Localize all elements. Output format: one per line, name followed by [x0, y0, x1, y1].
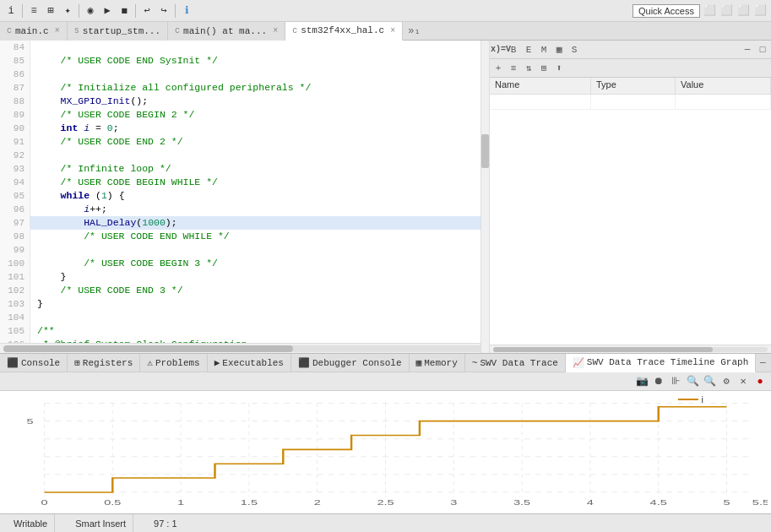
toolbar-right-icon-1[interactable]: ⬜: [702, 3, 717, 19]
graph-chart-area: i: [0, 391, 771, 513]
vars-icon-grid[interactable]: ▦: [552, 43, 566, 57]
code-editor: 84 85 /* USER CODE END SysInit */ 86 87 …: [0, 41, 490, 353]
tab-main-c[interactable]: c main.c ×: [0, 22, 68, 41]
tab-icon-main-c: c: [7, 26, 12, 35]
bottom-tab-bar: ⬛ Console ⊞ Registers ⚠ Problems ▶ Execu…: [0, 354, 771, 372]
svg-text:0: 0: [41, 497, 47, 507]
tab-close-main-c[interactable]: ×: [55, 26, 60, 35]
quick-access-button[interactable]: Quick Access: [633, 4, 700, 18]
toolbar-icon-3[interactable]: ⊞: [43, 3, 58, 19]
svg-text:5: 5: [723, 497, 730, 507]
status-bar: Writable Smart Insert 97 : 1: [0, 513, 771, 532]
tab-memory[interactable]: ▦ Memory: [410, 354, 465, 372]
vars-icon-b[interactable]: B: [507, 43, 520, 57]
editor-hscroll[interactable]: [0, 343, 489, 353]
graph-icon-zoom-out[interactable]: 🔍: [702, 374, 717, 389]
swv-icon: ~: [472, 358, 478, 368]
graph-icon-play[interactable]: ⏺: [651, 374, 666, 389]
panel-minimize-icon[interactable]: ─: [756, 356, 769, 370]
top-toolbar: i ≡ ⊞ ✦ ◉ ▶ ◼ ↩ ↪ ℹ Quick Access ⬜ ⬜ ⬜ ⬜: [0, 0, 771, 22]
tab-hal[interactable]: c stm32f4xx_hal.c ×: [285, 22, 403, 41]
svg-text:3: 3: [450, 497, 457, 507]
code-line-101: 101 }: [0, 270, 489, 284]
vars-export-icon[interactable]: ⬆: [552, 62, 566, 75]
vars-col-name: Name: [490, 78, 591, 94]
tab-registers[interactable]: ⊞ Registers: [68, 354, 140, 372]
code-line-90: 90 int i = 0;: [0, 122, 489, 135]
vars-cols-icon[interactable]: ⊞: [537, 62, 551, 75]
graph-icon-stop[interactable]: ●: [752, 374, 768, 389]
tab-console[interactable]: ⬛ Console: [0, 354, 68, 372]
vars-icon-s[interactable]: S: [567, 43, 581, 57]
code-line-99: 99: [0, 243, 489, 257]
tab-startup[interactable]: s startup_stm...: [68, 22, 168, 41]
variables-body: [490, 95, 771, 345]
swv-graph-area: 📷 ⏺ ⊪ 🔍 🔍 ⚙ ✕ ● i: [0, 372, 771, 513]
svg-text:3.5: 3.5: [513, 497, 530, 507]
graph-icon-settings[interactable]: ⚙: [719, 374, 734, 389]
tab-debugger-console[interactable]: ⬛ Debugger Console: [291, 354, 410, 372]
tab-close-hal[interactable]: ×: [390, 26, 395, 35]
code-scroll-area[interactable]: 84 85 /* USER CODE END SysInit */ 86 87 …: [0, 41, 489, 343]
executables-icon: ▶: [214, 357, 220, 368]
tab-executables[interactable]: ▶ Executables: [208, 354, 291, 372]
tab-swv-data-trace[interactable]: ~ SWV Data Trace: [465, 354, 566, 372]
tab-problems[interactable]: ⚠ Problems: [140, 354, 207, 372]
toolbar-icon-6[interactable]: ◼: [117, 3, 132, 19]
toolbar-right-icon-2[interactable]: ⬜: [719, 3, 734, 19]
code-line-84: 84: [0, 41, 489, 54]
variables-header: Name Type Value: [490, 78, 771, 95]
toolbar-right-icon-3[interactable]: ⬜: [736, 3, 751, 19]
editor-hscroll-track: [3, 345, 486, 352]
vars-icon-xv[interactable]: (x)=V: [491, 43, 505, 57]
chart-icon: 📈: [573, 357, 584, 368]
graph-toolbar: 📷 ⏺ ⊪ 🔍 🔍 ⚙ ✕ ●: [0, 372, 771, 391]
code-line-92: 92: [0, 149, 489, 162]
toolbar-icon-7[interactable]: ↩: [139, 3, 155, 19]
code-line-104: 104: [0, 311, 489, 324]
vars-secondary-toolbar: + ≡ ⇅ ⊞ ⬆: [490, 59, 771, 78]
sep-4: [175, 4, 176, 18]
vars-hscroll-track: [493, 347, 768, 352]
graph-icon-zoom-in[interactable]: 🔍: [685, 374, 700, 389]
toolbar-icon-2[interactable]: ≡: [26, 3, 41, 19]
tab-main-fn[interactable]: c main() at ma... ×: [168, 22, 285, 41]
tab-close-main-fn[interactable]: ×: [273, 26, 278, 35]
toolbar-icon-run[interactable]: ▶: [100, 3, 115, 19]
status-position: 97 : 1: [147, 514, 184, 533]
vars-col-type: Type: [591, 78, 676, 94]
vars-sort-icon[interactable]: ⇅: [522, 62, 535, 75]
vars-icon-m[interactable]: M: [537, 43, 551, 57]
svg-text:4.5: 4.5: [650, 497, 667, 507]
console-icon: ⬛: [7, 357, 19, 368]
legend-line-dash: [678, 399, 698, 400]
graph-icon-x[interactable]: ✕: [736, 374, 751, 389]
toolbar-right-icon-4[interactable]: ⬜: [752, 3, 768, 19]
graph-icon-bar[interactable]: ⊪: [668, 374, 683, 389]
toolbar-icon-info[interactable]: ℹ: [179, 3, 194, 19]
vars-minimize[interactable]: ─: [741, 43, 754, 57]
svg-text:5.5: 5.5: [752, 497, 768, 507]
toolbar-icon-5[interactable]: ◉: [83, 3, 98, 19]
code-line-102: 102 /* USER CODE END 3 */: [0, 284, 489, 297]
vars-maximize[interactable]: □: [756, 43, 769, 57]
toolbar-icon-1[interactable]: i: [3, 3, 19, 19]
graph-icon-camera[interactable]: 📷: [634, 374, 649, 389]
vars-filter-icon[interactable]: ≡: [507, 62, 520, 75]
variables-panel: (x)=V B E M ▦ S ─ □ + ≡ ⇅ ⊞ ⬆ Name Type …: [490, 41, 771, 353]
svg-text:2: 2: [314, 497, 321, 507]
vars-icon-e[interactable]: E: [522, 43, 535, 57]
editor-tab-bar: c main.c × s startup_stm... c main() at …: [0, 22, 771, 41]
toolbar-icon-8[interactable]: ↪: [156, 3, 171, 19]
tab-swv-timeline[interactable]: 📈 SWV Data Trace Timeline Graph: [566, 354, 756, 372]
editor-vscroll[interactable]: [481, 41, 489, 353]
tab-overflow[interactable]: »₁: [403, 24, 425, 37]
toolbar-icon-4[interactable]: ✦: [60, 3, 75, 19]
svg-text:4: 4: [587, 497, 594, 507]
code-line-89: 89 /* USER CODE BEGIN 2 */: [0, 108, 489, 122]
vars-add-icon[interactable]: +: [491, 62, 505, 75]
vars-hscroll[interactable]: [490, 345, 771, 353]
code-line-95: 95 while (1) {: [0, 189, 489, 203]
variables-toolbar: (x)=V B E M ▦ S ─ □: [490, 41, 771, 59]
bottom-panel: ⬛ Console ⊞ Registers ⚠ Problems ▶ Execu…: [0, 353, 771, 513]
